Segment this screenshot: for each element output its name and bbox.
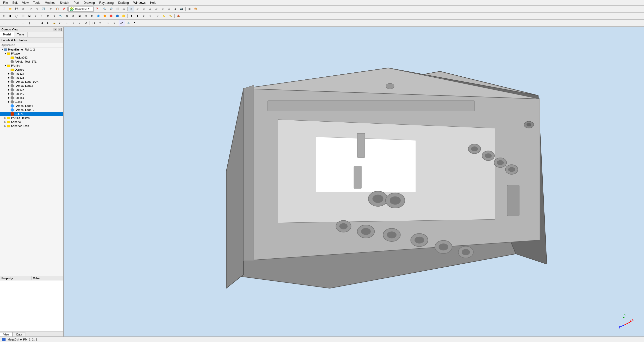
expand-ocultos[interactable] <box>7 68 11 71</box>
t2-b14[interactable]: ⊞ <box>83 13 89 19</box>
t3-b8[interactable]: ⊳ <box>45 20 51 26</box>
t3-b18[interactable]: ➡ <box>111 20 117 26</box>
fit-all-btn[interactable]: ⬜ <box>114 6 120 12</box>
t2-b17[interactable]: 🔶 <box>102 13 108 19</box>
menu-windows[interactable]: Windows <box>131 1 148 5</box>
new-button[interactable]: 📄 <box>1 6 7 12</box>
tree-item-guias[interactable]: ▶ Guias <box>0 100 63 104</box>
t3-b5[interactable]: ∥ <box>26 20 32 26</box>
tree-item-pad237[interactable]: ▶ Pad237 <box>0 88 63 92</box>
combo-float-button[interactable]: − <box>54 28 57 31</box>
t2-b23[interactable]: ⬅ <box>141 13 147 19</box>
view-right-btn[interactable]: ▱ <box>153 6 159 12</box>
tree-item-pad251[interactable]: ▶ Pad251 <box>0 96 63 100</box>
t2-b11[interactable]: ⊕ <box>64 13 70 19</box>
expand-megaduino[interactable]: ▼ <box>1 48 4 51</box>
box-select-btn[interactable]: ▭ <box>120 6 127 12</box>
t3-b9[interactable]: 🔒 <box>51 20 57 26</box>
tree-item-pabajo[interactable]: ▼ PAbajo <box>0 52 63 56</box>
t2-b13[interactable]: ▣ <box>76 13 83 19</box>
tree-item-cut076[interactable]: Cut076 <box>0 112 63 116</box>
menu-meshes[interactable]: Meshes <box>43 1 57 5</box>
expand-soporte[interactable]: ▶ <box>4 120 7 124</box>
t2-b24[interactable]: ➡ <box>147 13 153 19</box>
t2-b2[interactable]: ⬢ <box>7 13 13 19</box>
t2-b18[interactable]: 🔴 <box>108 13 114 19</box>
expand-pabajo[interactable]: ▼ <box>4 52 7 55</box>
toggle-overlay-btn[interactable]: ⊞ <box>186 6 192 12</box>
expand-guias[interactable]: ▶ <box>7 100 11 104</box>
combo-close-button[interactable]: × <box>58 28 62 31</box>
t2-b22[interactable]: ⬇ <box>135 13 141 19</box>
cut-button[interactable]: ✂ <box>48 6 54 12</box>
t2-b19[interactable]: 🔵 <box>114 13 120 19</box>
redo-button[interactable]: ↪ <box>34 6 40 12</box>
expand-parriba-lado2[interactable] <box>7 108 11 112</box>
tab-tasks[interactable]: Tasks <box>14 32 28 37</box>
t3-b15[interactable]: ⬡ <box>91 20 97 26</box>
t2-b15[interactable]: ⊟ <box>89 13 95 19</box>
t3-b6[interactable]: → <box>32 20 38 26</box>
expand-cut076[interactable] <box>7 112 11 116</box>
t3-b16[interactable]: ⬡ <box>97 20 103 26</box>
expand-parriba[interactable]: ▼ <box>4 64 7 67</box>
open-button[interactable]: 📂 <box>7 6 13 12</box>
menu-drawing[interactable]: Drawing <box>82 1 97 5</box>
t2-b21[interactable]: ⬆ <box>128 13 134 19</box>
tree-item-parriba[interactable]: ▼ PArriba <box>0 64 63 68</box>
zoom-in-btn[interactable]: 🔍 <box>102 6 108 12</box>
tree-item-fusion062[interactable]: Fusion062 <box>0 56 63 60</box>
t2-export[interactable]: 📤 <box>175 13 181 19</box>
t3-b21[interactable]: ⚑ <box>131 20 137 26</box>
menu-tools[interactable]: Tools <box>31 1 42 5</box>
t2-b25[interactable]: 🖊 <box>155 13 161 19</box>
t2-b10[interactable]: 🔧 <box>58 13 64 19</box>
t2-b27[interactable]: 📏 <box>168 13 174 19</box>
t3-b1[interactable]: ⟂ <box>1 20 7 26</box>
expand-fusion062[interactable] <box>7 56 11 59</box>
tree-area[interactable]: ▼ MegaDuino_PM_1_2 ▼ PAbajo Fusion062 <box>0 47 63 276</box>
tree-item-pabajo-test[interactable]: PAbajo_Test_STL <box>0 60 63 64</box>
t2-b5[interactable]: ◪ <box>26 13 32 19</box>
view-home-btn[interactable]: ⊙ <box>128 6 134 12</box>
menu-help[interactable]: Help <box>148 1 158 5</box>
t3-b13[interactable]: ○ <box>76 20 83 26</box>
t2-b26[interactable]: 📐 <box>161 13 167 19</box>
paste-button[interactable]: 📌 <box>61 6 67 12</box>
t3-b7[interactable]: ⋈ <box>39 20 45 26</box>
t2-b9[interactable]: ⚙ <box>51 13 57 19</box>
tree-item-ocultos[interactable]: Ocultos <box>0 68 63 72</box>
refresh-button[interactable]: 🔄 <box>40 6 46 12</box>
t3-drafting[interactable]: A3 <box>119 20 125 26</box>
tree-item-soporte[interactable]: ▶ Soporte <box>0 120 63 124</box>
t3-b12[interactable]: ⟡ <box>70 20 76 26</box>
t3-b11[interactable]: ↕ <box>64 20 70 26</box>
expand-parriba-lado1ok[interactable]: ▶ <box>7 80 11 83</box>
bg-btn[interactable]: 🎨 <box>193 6 199 12</box>
expand-parriba-lado4[interactable] <box>7 104 11 108</box>
t2-b4[interactable]: ⬜ <box>20 13 26 19</box>
t2-b6[interactable]: ↺ <box>32 13 38 19</box>
expand-pad225[interactable]: ▶ <box>7 76 11 79</box>
tree-item-pad225[interactable]: ▶ Pad225 <box>0 76 63 80</box>
zoom-out-btn[interactable]: 🔎 <box>108 6 114 12</box>
expand-pad237[interactable]: ▶ <box>7 88 11 91</box>
menu-file[interactable]: File <box>1 1 10 5</box>
workbench-dropdown[interactable]: 🧩 Complete ▼ <box>68 7 94 12</box>
tree-item-parriba-textos[interactable]: ▶ PArriba_Textos <box>0 116 63 120</box>
tree-item-parriba-lado1ok[interactable]: ▶ PArriba_Lado_1OK <box>0 80 63 84</box>
tree-item-parriba-lado3[interactable]: ▶ PArriba_Lado3 <box>0 84 63 88</box>
menu-raytracing[interactable]: Raytracing <box>97 1 116 5</box>
t3-b20[interactable]: 📎 <box>125 20 131 26</box>
view-left-btn[interactable]: ▱ <box>147 6 153 12</box>
t3-b3[interactable]: ∟ <box>14 20 20 26</box>
t2-b1[interactable]: ⬡ <box>1 13 7 19</box>
menu-view[interactable]: View <box>20 1 31 5</box>
view-camera-btn[interactable]: 📷 <box>179 6 185 12</box>
expand-pad224[interactable]: ▶ <box>7 72 11 75</box>
viewport[interactable]: X Y Z <box>64 27 644 336</box>
t2-b16[interactable]: 🔷 <box>95 13 101 19</box>
tree-item-megaduino[interactable]: ▼ MegaDuino_PM_1_2 <box>0 47 63 52</box>
t2-b8[interactable]: ⟳ <box>45 13 51 19</box>
view-iso-btn[interactable]: ◈ <box>172 6 178 12</box>
